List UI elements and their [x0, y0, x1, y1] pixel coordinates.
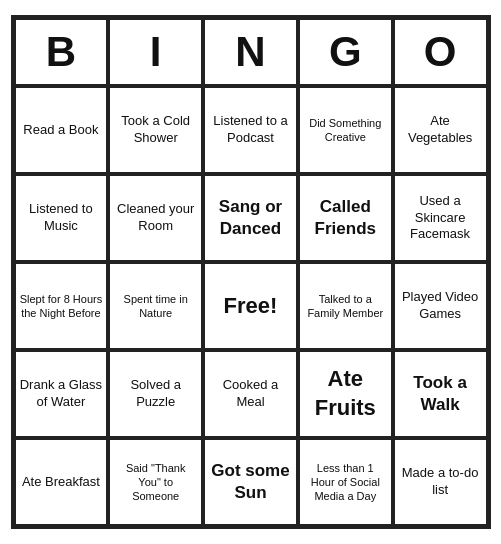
bingo-letter-o: O: [393, 18, 488, 86]
bingo-letter-g: G: [298, 18, 393, 86]
bingo-grid: Read a BookTook a Cold ShowerListened to…: [14, 86, 488, 526]
bingo-header: BINGO: [14, 18, 488, 86]
bingo-cell-14: Played Video Games: [393, 262, 488, 350]
bingo-cell-4: Ate Vegetables: [393, 86, 488, 174]
bingo-cell-5: Listened to Music: [14, 174, 109, 262]
bingo-card: BINGO Read a BookTook a Cold ShowerListe…: [11, 15, 491, 529]
bingo-cell-8: Called Friends: [298, 174, 393, 262]
bingo-letter-n: N: [203, 18, 298, 86]
bingo-cell-11: Spent time in Nature: [108, 262, 203, 350]
bingo-cell-20: Ate Breakfast: [14, 438, 109, 526]
bingo-cell-0: Read a Book: [14, 86, 109, 174]
bingo-cell-23: Less than 1 Hour of Social Media a Day: [298, 438, 393, 526]
bingo-cell-18: Ate Fruits: [298, 350, 393, 438]
bingo-cell-10: Slept for 8 Hours the Night Before: [14, 262, 109, 350]
bingo-cell-16: Solved a Puzzle: [108, 350, 203, 438]
bingo-cell-17: Cooked a Meal: [203, 350, 298, 438]
bingo-letter-i: I: [108, 18, 203, 86]
bingo-cell-22: Got some Sun: [203, 438, 298, 526]
bingo-cell-12: Free!: [203, 262, 298, 350]
bingo-cell-19: Took a Walk: [393, 350, 488, 438]
bingo-cell-9: Used a Skincare Facemask: [393, 174, 488, 262]
bingo-cell-7: Sang or Danced: [203, 174, 298, 262]
bingo-cell-13: Talked to a Family Member: [298, 262, 393, 350]
bingo-cell-21: Said "Thank You" to Someone: [108, 438, 203, 526]
bingo-cell-2: Listened to a Podcast: [203, 86, 298, 174]
bingo-cell-24: Made a to-do list: [393, 438, 488, 526]
bingo-cell-15: Drank a Glass of Water: [14, 350, 109, 438]
bingo-cell-1: Took a Cold Shower: [108, 86, 203, 174]
bingo-letter-b: B: [14, 18, 109, 86]
bingo-cell-6: Cleaned your Room: [108, 174, 203, 262]
bingo-cell-3: Did Something Creative: [298, 86, 393, 174]
